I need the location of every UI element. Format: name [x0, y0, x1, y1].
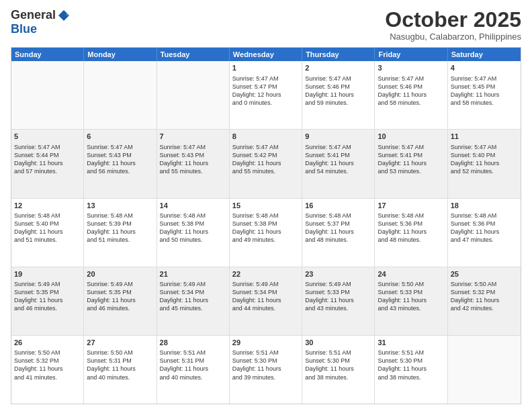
day-number: 27 — [87, 338, 153, 348]
cell-info: Sunrise: 5:47 AM Sunset: 5:47 PM Dayligh… — [232, 75, 299, 107]
cell-info: Sunrise: 5:48 AM Sunset: 5:36 PM Dayligh… — [378, 212, 444, 244]
cell-info: Sunrise: 5:47 AM Sunset: 5:44 PM Dayligh… — [14, 143, 81, 176]
day-cell-10: 10Sunrise: 5:47 AM Sunset: 5:41 PM Dayli… — [375, 130, 447, 197]
cell-info: Sunrise: 5:47 AM Sunset: 5:42 PM Dayligh… — [232, 143, 299, 176]
day-number: 3 — [378, 63, 444, 73]
day-cell-12: 12Sunrise: 5:48 AM Sunset: 5:40 PM Dayli… — [11, 199, 84, 267]
day-cell-13: 13Sunrise: 5:48 AM Sunset: 5:39 PM Dayli… — [84, 199, 157, 267]
day-cell-23: 23Sunrise: 5:49 AM Sunset: 5:33 PM Dayli… — [302, 267, 375, 335]
cell-info: Sunrise: 5:48 AM Sunset: 5:38 PM Dayligh… — [160, 212, 226, 244]
title-area: October 2025 Nasugbu, Calabarzon, Philip… — [385, 8, 521, 42]
day-number: 13 — [87, 201, 153, 211]
logo-general-text: General — [11, 8, 56, 22]
cell-info: Sunrise: 5:48 AM Sunset: 5:40 PM Dayligh… — [14, 212, 81, 244]
cell-info: Sunrise: 5:49 AM Sunset: 5:33 PM Dayligh… — [305, 280, 371, 313]
cell-info: Sunrise: 5:49 AM Sunset: 5:35 PM Dayligh… — [87, 280, 153, 313]
day-cell-3: 3Sunrise: 5:47 AM Sunset: 5:46 PM Daylig… — [375, 61, 447, 129]
cell-info: Sunrise: 5:47 AM Sunset: 5:43 PM Dayligh… — [160, 143, 226, 176]
day-cell-25: 25Sunrise: 5:50 AM Sunset: 5:32 PM Dayli… — [448, 267, 521, 335]
cell-info: Sunrise: 5:48 AM Sunset: 5:37 PM Dayligh… — [305, 212, 371, 244]
day-cell-4: 4Sunrise: 5:47 AM Sunset: 5:45 PM Daylig… — [448, 61, 521, 129]
day-cell-17: 17Sunrise: 5:48 AM Sunset: 5:36 PM Dayli… — [375, 199, 447, 267]
cell-info: Sunrise: 5:49 AM Sunset: 5:35 PM Dayligh… — [14, 280, 81, 313]
logo-icon — [57, 9, 71, 22]
day-number: 19 — [14, 269, 81, 279]
calendar-header: SundayMondayTuesdayWednesdayThursdayFrid… — [11, 48, 521, 61]
empty-cell — [448, 336, 521, 404]
day-cell-27: 27Sunrise: 5:50 AM Sunset: 5:31 PM Dayli… — [84, 336, 157, 404]
day-cell-29: 29Sunrise: 5:51 AM Sunset: 5:30 PM Dayli… — [230, 336, 302, 404]
day-number: 8 — [232, 132, 299, 142]
day-cell-2: 2Sunrise: 5:47 AM Sunset: 5:46 PM Daylig… — [302, 61, 375, 129]
header-day-sunday: Sunday — [11, 48, 84, 61]
calendar-row-0: 1Sunrise: 5:47 AM Sunset: 5:47 PM Daylig… — [11, 61, 521, 130]
day-number: 26 — [14, 338, 81, 348]
day-number: 9 — [305, 132, 371, 142]
calendar-row-2: 12Sunrise: 5:48 AM Sunset: 5:40 PM Dayli… — [11, 199, 521, 267]
cell-info: Sunrise: 5:50 AM Sunset: 5:32 PM Dayligh… — [451, 280, 518, 313]
calendar-row-1: 5Sunrise: 5:47 AM Sunset: 5:44 PM Daylig… — [11, 130, 521, 198]
calendar-row-4: 26Sunrise: 5:50 AM Sunset: 5:32 PM Dayli… — [11, 336, 521, 404]
cell-info: Sunrise: 5:47 AM Sunset: 5:43 PM Dayligh… — [87, 143, 153, 176]
day-cell-22: 22Sunrise: 5:49 AM Sunset: 5:34 PM Dayli… — [230, 267, 302, 335]
cell-info: Sunrise: 5:51 AM Sunset: 5:30 PM Dayligh… — [232, 349, 299, 381]
day-number: 25 — [451, 269, 518, 279]
empty-cell — [11, 61, 84, 129]
day-cell-18: 18Sunrise: 5:48 AM Sunset: 5:36 PM Dayli… — [448, 199, 521, 267]
day-number: 23 — [305, 269, 371, 279]
day-number: 29 — [232, 338, 299, 348]
cell-info: Sunrise: 5:47 AM Sunset: 5:45 PM Dayligh… — [451, 75, 518, 107]
cell-info: Sunrise: 5:48 AM Sunset: 5:39 PM Dayligh… — [87, 212, 153, 244]
cell-info: Sunrise: 5:50 AM Sunset: 5:33 PM Dayligh… — [378, 280, 444, 313]
header-day-friday: Friday — [375, 48, 447, 61]
month-title: October 2025 — [385, 8, 521, 32]
day-number: 18 — [451, 201, 518, 211]
day-number: 10 — [378, 132, 444, 142]
day-number: 4 — [451, 63, 518, 73]
calendar-body: 1Sunrise: 5:47 AM Sunset: 5:47 PM Daylig… — [11, 61, 521, 404]
day-number: 12 — [14, 201, 81, 211]
cell-info: Sunrise: 5:47 AM Sunset: 5:46 PM Dayligh… — [305, 75, 371, 107]
header-day-thursday: Thursday — [302, 48, 375, 61]
cell-info: Sunrise: 5:47 AM Sunset: 5:41 PM Dayligh… — [305, 143, 371, 176]
location: Nasugbu, Calabarzon, Philippines — [385, 32, 521, 42]
day-number: 6 — [87, 132, 153, 142]
day-cell-21: 21Sunrise: 5:49 AM Sunset: 5:34 PM Dayli… — [157, 267, 230, 335]
day-number: 20 — [87, 269, 153, 279]
empty-cell — [84, 61, 157, 129]
cell-info: Sunrise: 5:47 AM Sunset: 5:46 PM Dayligh… — [378, 75, 444, 107]
logo-blue-text: Blue — [11, 22, 37, 36]
empty-cell — [157, 61, 230, 129]
header: General Blue October 2025 Nasugbu, Calab… — [11, 8, 521, 42]
day-number: 7 — [160, 132, 226, 142]
day-cell-31: 31Sunrise: 5:51 AM Sunset: 5:30 PM Dayli… — [375, 336, 447, 404]
cell-info: Sunrise: 5:48 AM Sunset: 5:38 PM Dayligh… — [232, 212, 299, 244]
day-cell-26: 26Sunrise: 5:50 AM Sunset: 5:32 PM Dayli… — [11, 336, 84, 404]
day-number: 30 — [305, 338, 371, 348]
header-day-tuesday: Tuesday — [157, 48, 230, 61]
day-number: 16 — [305, 201, 371, 211]
cell-info: Sunrise: 5:50 AM Sunset: 5:31 PM Dayligh… — [87, 349, 153, 381]
calendar-row-3: 19Sunrise: 5:49 AM Sunset: 5:35 PM Dayli… — [11, 267, 521, 336]
page: General Blue October 2025 Nasugbu, Calab… — [0, 0, 532, 411]
cell-info: Sunrise: 5:47 AM Sunset: 5:40 PM Dayligh… — [451, 143, 518, 176]
day-number: 24 — [378, 269, 444, 279]
day-number: 14 — [160, 201, 226, 211]
calendar: SundayMondayTuesdayWednesdayThursdayFrid… — [11, 47, 521, 404]
day-number: 21 — [160, 269, 226, 279]
day-number: 1 — [232, 63, 299, 73]
header-day-monday: Monday — [84, 48, 157, 61]
day-number: 2 — [305, 63, 371, 73]
day-cell-5: 5Sunrise: 5:47 AM Sunset: 5:44 PM Daylig… — [11, 130, 84, 197]
day-cell-8: 8Sunrise: 5:47 AM Sunset: 5:42 PM Daylig… — [230, 130, 302, 197]
day-cell-1: 1Sunrise: 5:47 AM Sunset: 5:47 PM Daylig… — [230, 61, 302, 129]
header-day-wednesday: Wednesday — [230, 48, 302, 61]
cell-info: Sunrise: 5:47 AM Sunset: 5:41 PM Dayligh… — [378, 143, 444, 176]
day-number: 11 — [451, 132, 518, 142]
day-cell-30: 30Sunrise: 5:51 AM Sunset: 5:30 PM Dayli… — [302, 336, 375, 404]
day-cell-9: 9Sunrise: 5:47 AM Sunset: 5:41 PM Daylig… — [302, 130, 375, 197]
day-cell-19: 19Sunrise: 5:49 AM Sunset: 5:35 PM Dayli… — [11, 267, 84, 335]
cell-info: Sunrise: 5:49 AM Sunset: 5:34 PM Dayligh… — [160, 280, 226, 313]
day-cell-14: 14Sunrise: 5:48 AM Sunset: 5:38 PM Dayli… — [157, 199, 230, 267]
day-number: 31 — [378, 338, 444, 348]
